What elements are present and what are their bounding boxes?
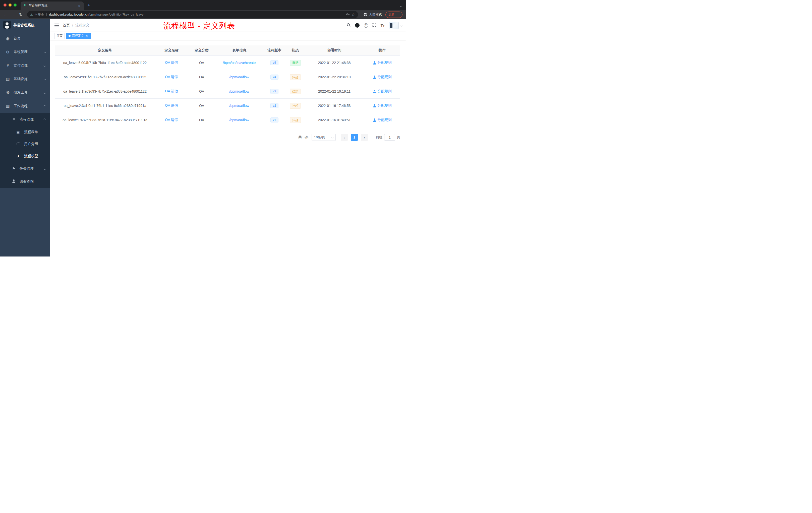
column-header-time: 部署时间 — [305, 46, 364, 56]
definition-category: OA — [188, 70, 215, 84]
definition-name-link[interactable]: OA 请假 — [165, 60, 178, 65]
prev-page-button[interactable]: ‹ — [341, 134, 348, 141]
definition-category: OA — [188, 56, 215, 70]
sidebar-item-task-management[interactable]: ⚑ 任务管理 — [0, 162, 50, 175]
version-tag: v5 — [270, 60, 279, 65]
tag-home[interactable]: 首页 — [54, 33, 65, 39]
tab-search-icon[interactable] — [400, 3, 402, 8]
deploy-time: 2022-01-22 21:48:38 — [305, 56, 364, 70]
assign-rule-link[interactable]: 分配规则 — [373, 60, 392, 65]
deploy-time: 2022-01-16 01:40:51 — [305, 113, 364, 127]
address-bar[interactable]: ⚠ 不安全 dashboard.yudao.iocoder.cn/bpm/man… — [27, 11, 358, 18]
assign-rule-link[interactable]: 分配规则 — [373, 118, 392, 122]
tag-close-icon[interactable]: × — [85, 34, 89, 38]
page-content: 定义编号 定义名称 定义分类 表单信息 流程版本 状态 部署时间 操作 oa_l… — [50, 40, 406, 141]
minimize-window-button[interactable] — [8, 3, 11, 6]
breadcrumb-home[interactable]: 首页 — [63, 23, 70, 28]
sidebar-item-leave-query[interactable]: 请假查询 — [0, 175, 50, 188]
deploy-time: 2022-01-22 19:19:11 — [305, 84, 364, 98]
password-key-icon[interactable] — [346, 12, 350, 17]
sidebar-item-home[interactable]: ◉ 首页 — [0, 32, 50, 45]
gear-icon: ⚙ — [5, 50, 10, 55]
security-warning-icon: ⚠ — [30, 13, 33, 17]
assign-rule-link[interactable]: 分配规则 — [373, 75, 392, 79]
definition-name-link[interactable]: OA 请假 — [165, 103, 178, 108]
workflow-icon: ▦ — [5, 104, 10, 109]
maximize-window-button[interactable] — [13, 3, 17, 6]
form-link[interactable]: /bpm/oa/flow — [229, 118, 249, 122]
sidebar-item-user-group[interactable]: 用户分组 — [0, 138, 50, 150]
assign-rule-link[interactable]: 分配规则 — [373, 103, 392, 108]
definition-name-link[interactable]: OA 请假 — [165, 75, 178, 79]
avatar[interactable] — [389, 22, 399, 29]
definition-category: OA — [188, 113, 215, 127]
window-controls — [0, 3, 20, 10]
definition-name-link[interactable]: OA 请假 — [165, 89, 178, 94]
browser-tab[interactable]: 芋道管理系统 × — [21, 1, 84, 10]
close-window-button[interactable] — [3, 3, 6, 6]
status-badge: 挂起 — [290, 117, 301, 123]
send-icon: ✈ — [16, 154, 21, 159]
font-size-icon[interactable]: TT — [381, 23, 384, 28]
page-url[interactable]: dashboard.yudao.iocoder.cn/bpm/manager/d… — [49, 13, 144, 16]
version-tag: v3 — [270, 89, 279, 94]
goto-page-input[interactable] — [384, 134, 395, 141]
table-row: oa_leave:4:991f2193-7b7f-11ec-a3c8-acde4… — [55, 70, 400, 84]
definition-id: oa_leave:5:004b710b-7b8a-11ec-8ef0-acde4… — [55, 56, 155, 70]
column-header-id: 定义编号 — [55, 46, 155, 56]
search-icon[interactable] — [347, 23, 351, 28]
current-page-button[interactable]: 1 — [351, 134, 358, 141]
help-icon[interactable]: ? — [364, 23, 368, 28]
tab-close-icon[interactable]: × — [77, 4, 81, 8]
column-header-status: 状态 — [286, 46, 305, 56]
definition-id: oa_leave:1:482ec033-762a-11ec-8477-a2380… — [55, 113, 155, 127]
status-badge: 挂起 — [290, 103, 301, 109]
deploy-time: 2022-01-16 17:46:53 — [305, 99, 364, 113]
browser-tabstrip: 芋道管理系统 × + — [0, 0, 406, 10]
forward-button[interactable]: → — [10, 12, 17, 17]
breadcrumb-current: 流程定义 — [75, 23, 89, 28]
chevron-down-icon — [44, 64, 46, 67]
definition-name-link[interactable]: OA 请假 — [165, 118, 178, 122]
security-label[interactable]: 不安全 — [34, 12, 44, 17]
sidebar-toggle-icon[interactable] — [54, 23, 59, 28]
browser-update-button[interactable]: 更新 ⋮ — [385, 11, 403, 18]
back-button[interactable]: ← — [2, 12, 9, 17]
tab-title: 芋道管理系统 — [29, 4, 75, 8]
user-icon — [373, 104, 376, 108]
total-count: 共 5 条 — [298, 135, 309, 140]
table-row: oa_leave:3:1fad3d93-7b75-11ec-a3c8-acde4… — [55, 84, 400, 99]
app-logo: 芋道管理系统 — [0, 19, 50, 32]
flag-icon: ⚑ — [11, 167, 17, 171]
assign-rule-link[interactable]: 分配规则 — [373, 89, 392, 94]
tag-process-definition[interactable]: 流程定义 × — [66, 33, 91, 39]
definition-category: OA — [188, 84, 215, 98]
infrastructure-icon: ▤ — [5, 77, 10, 82]
sidebar-item-workflow[interactable]: ▦ 工作流程 — [0, 99, 50, 113]
sidebar-item-process-model[interactable]: ✈ 流程模型 — [0, 150, 50, 162]
tags-view: 首页 流程定义 × — [50, 32, 406, 40]
form-icon: ▣ — [16, 130, 21, 134]
form-link[interactable]: /bpm/oa/flow — [229, 89, 249, 93]
form-link[interactable]: /bpm/oa/flow — [229, 75, 249, 79]
version-tag: v4 — [270, 74, 279, 80]
user-icon — [373, 76, 376, 79]
sidebar-item-infrastructure[interactable]: ▤ 基础设施 — [0, 72, 50, 86]
page-size-select[interactable]: 10条/页 — [312, 134, 336, 141]
sidebar-item-process-management[interactable]: ≡ 流程管理 — [0, 113, 50, 126]
next-page-button[interactable]: › — [361, 134, 368, 141]
form-link[interactable]: /bpm/oa/flow — [229, 104, 249, 108]
github-icon[interactable] — [355, 23, 359, 28]
reload-button[interactable]: ↻ — [18, 12, 24, 17]
sidebar-item-payment[interactable]: ¥ 支付管理 — [0, 59, 50, 72]
sidebar-item-devtools[interactable]: ⚒ 研发工具 — [0, 86, 50, 99]
form-link[interactable]: /bpm/oa/leave/create — [223, 61, 256, 65]
chevron-down-icon — [331, 136, 334, 138]
fullscreen-icon[interactable] — [372, 23, 376, 28]
bookmark-star-icon[interactable]: ☆ — [351, 12, 355, 17]
chevron-down-icon[interactable] — [400, 24, 403, 27]
new-tab-button[interactable]: + — [84, 2, 90, 10]
sidebar-item-system[interactable]: ⚙ 系统管理 — [0, 45, 50, 59]
sidebar-item-process-form[interactable]: ▣ 流程表单 — [0, 126, 50, 138]
browser-menu-icon[interactable]: ⋮ — [397, 13, 400, 17]
